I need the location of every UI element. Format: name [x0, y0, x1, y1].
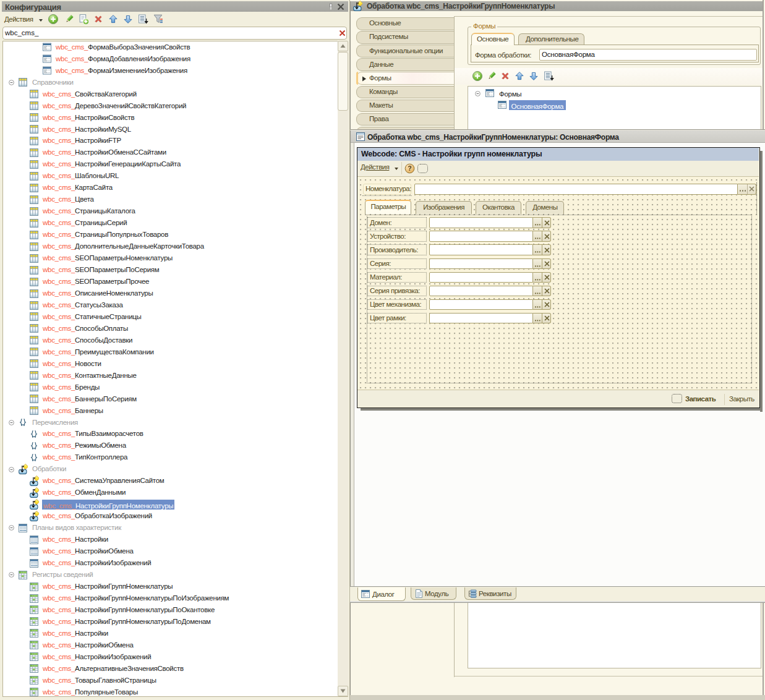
- svg-text:?: ?: [408, 165, 411, 172]
